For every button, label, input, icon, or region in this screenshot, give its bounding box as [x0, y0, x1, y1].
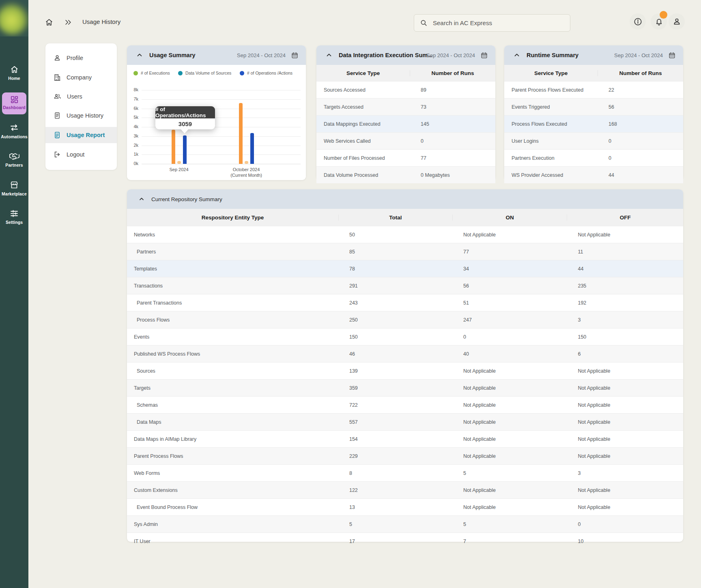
bar-executions[interactable]: [172, 130, 175, 164]
column-header: Total: [338, 215, 452, 221]
y-tick-label: 3k: [128, 133, 138, 138]
sidebar-item-settings[interactable]: Settings: [0, 208, 28, 225]
menu-item-label: Company: [67, 74, 92, 81]
notification-badge: [660, 11, 667, 19]
notifications-button[interactable]: [651, 13, 667, 30]
x-axis-label: October 2024(Current Month): [222, 167, 271, 178]
document-report-icon: [53, 131, 67, 139]
breadcrumb-home-icon[interactable]: [45, 18, 54, 27]
sidebar-item-dashboard[interactable]: Dashboard: [2, 92, 26, 114]
table-header: Service Type Number of Runs: [504, 65, 683, 81]
column-header: OFF: [567, 215, 683, 221]
total-cell: 78: [338, 266, 452, 272]
y-tick-label: 2k: [128, 143, 138, 148]
entity-type-cell: Parent Process Flows: [127, 453, 338, 459]
users-icon: [53, 92, 67, 101]
number-of-runs-cell: 56: [598, 104, 683, 110]
total-cell: 13: [338, 504, 452, 510]
menu-item-company[interactable]: Company: [45, 69, 117, 86]
sidebar-item-label: Home: [0, 76, 28, 81]
menu-item-profile[interactable]: Profile: [45, 50, 117, 66]
entity-type-cell: Events: [127, 334, 338, 340]
service-type-cell: Targets Accessed: [316, 104, 410, 110]
app-logo[interactable]: [0, 0, 28, 36]
legend-item: Data Volume of Sources: [178, 71, 231, 75]
legend-label: Data Volume of Sources: [185, 71, 231, 75]
entity-type-cell: Sys Admin: [127, 521, 338, 527]
table-row: Targets Accessed73: [316, 98, 495, 115]
entity-type-cell: Transactions: [127, 283, 338, 289]
bar-executions[interactable]: [239, 103, 243, 164]
sidebar-item-marketplace[interactable]: Marketplace: [0, 180, 28, 196]
table-row: Event Bound Process Flow13Not Applicable…: [127, 498, 683, 515]
entity-type-cell: Data Maps in AIMap Library: [127, 436, 338, 442]
off-cell: 3: [567, 470, 683, 476]
profile-button[interactable]: [669, 13, 685, 30]
table-row: Published WS Process Flows46406: [127, 345, 683, 362]
search-box: [414, 14, 570, 32]
y-tick-label: 7k: [128, 97, 138, 101]
sidebar-item-automations[interactable]: Automations: [0, 123, 28, 139]
sidebar-item-label: Settings: [0, 220, 28, 225]
collapse-chevron-icon[interactable]: [138, 196, 145, 202]
legend-item: # of Operations /Actions: [240, 71, 292, 75]
menu-item-users[interactable]: Users: [45, 88, 117, 105]
table-row: Sources Accessed89: [316, 81, 495, 98]
info-button[interactable]: [630, 13, 646, 30]
off-cell: Not Applicable: [567, 232, 683, 238]
table-row: Sys Admin550: [127, 515, 683, 532]
table-row: Data Maps in AIMap Library154Not Applica…: [127, 430, 683, 447]
number-of-runs-cell: 77: [410, 155, 495, 161]
repository-table-body: Networks50Not ApplicableNot ApplicablePa…: [127, 226, 683, 549]
total-cell: 243: [338, 300, 452, 306]
sidebar-item-label: Automations: [0, 134, 28, 139]
table-row: Data Volume Processed0 Megabytes: [316, 166, 495, 183]
document-lines-icon: [53, 112, 67, 120]
bar-data-volume[interactable]: [177, 161, 181, 164]
breadcrumb-expand-icon[interactable]: [64, 19, 72, 26]
column-header: ON: [452, 215, 567, 221]
sidebar-item-home[interactable]: Home: [0, 65, 28, 81]
on-cell: 77: [452, 249, 567, 255]
collapse-chevron-icon[interactable]: [325, 52, 333, 59]
bar-data-volume[interactable]: [245, 161, 248, 164]
calendar-icon[interactable]: [480, 52, 488, 59]
service-type-cell: Sources Accessed: [316, 87, 410, 93]
on-cell: 0: [452, 334, 567, 340]
bar-operations[interactable]: [250, 133, 254, 164]
table-row: Sources139Not ApplicableNot Applicable: [127, 362, 683, 379]
y-tick-label: 0k: [128, 161, 138, 166]
on-cell: Not Applicable: [452, 453, 567, 459]
menu-item-label: Users: [67, 93, 82, 100]
gridline: [142, 164, 301, 164]
collapse-chevron-icon[interactable]: [136, 52, 143, 59]
logo-image: [0, 2, 28, 35]
number-of-runs-cell: 89: [410, 87, 495, 93]
card-title: Runtime Summary: [527, 52, 578, 58]
sidebar-item-partners[interactable]: Partners: [0, 152, 28, 167]
collapse-chevron-icon[interactable]: [513, 52, 520, 59]
menu-item-usage-history[interactable]: Usage History: [45, 107, 117, 124]
bar-operations[interactable]: [183, 135, 187, 164]
menu-item-logout[interactable]: Logout: [45, 146, 117, 163]
table-row: Number of Files Processed77: [316, 149, 495, 166]
menu-item-usage-report[interactable]: Usage Report: [45, 127, 117, 143]
off-cell: Not Applicable: [567, 504, 683, 510]
number-of-runs-cell: 0: [410, 138, 495, 144]
search-input[interactable]: [432, 19, 563, 27]
entity-type-cell: Custom Extensions: [127, 487, 338, 493]
number-of-runs-cell: 73: [410, 104, 495, 110]
on-cell: 34: [452, 266, 567, 272]
calendar-icon[interactable]: [291, 52, 299, 59]
on-cell: 7: [452, 539, 567, 544]
table-row: Targets359Not ApplicableNot Applicable: [127, 379, 683, 396]
table-row: Web Services Called0: [316, 132, 495, 149]
settings-icon: [0, 208, 28, 218]
column-header: Service Type: [316, 70, 410, 76]
y-tick-label: 5k: [128, 115, 138, 120]
calendar-icon[interactable]: [668, 52, 676, 59]
table-row: Parent Process Flows229Not ApplicableNot…: [127, 447, 683, 464]
y-tick-label: 8k: [128, 87, 138, 92]
runtime-summary-table-body: Parent Process Flows Executed22Events Tr…: [504, 81, 683, 183]
entity-type-cell: IT User: [127, 539, 338, 544]
